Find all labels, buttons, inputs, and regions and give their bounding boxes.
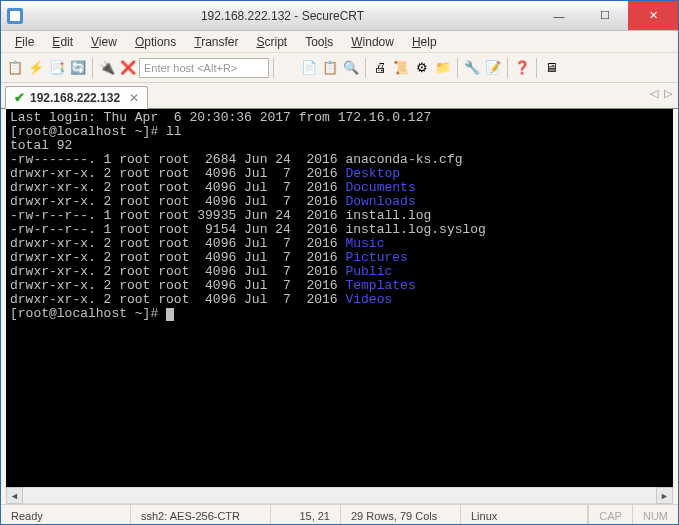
terminal-container: Last login: Thu Apr 6 20:30:36 2017 from…: [1, 109, 678, 504]
minimize-button[interactable]: —: [536, 1, 582, 30]
menu-edit[interactable]: Edit: [44, 33, 81, 51]
options-icon[interactable]: ⚙: [412, 58, 432, 78]
maximize-button[interactable]: ☐: [582, 1, 628, 30]
separator: [92, 58, 93, 78]
menu-window[interactable]: Window: [343, 33, 402, 51]
close-button[interactable]: ✕: [628, 1, 678, 30]
menu-file[interactable]: File: [7, 33, 42, 51]
statusbar: Ready ssh2: AES-256-CTR 15, 21 29 Rows, …: [1, 504, 678, 525]
menubar: File Edit View Options Transfer Script T…: [1, 31, 678, 53]
status-os: Linux: [461, 505, 588, 525]
menu-tools[interactable]: Tools: [297, 33, 341, 51]
horizontal-scrollbar[interactable]: ◄ ►: [6, 487, 673, 504]
menu-options[interactable]: Options: [127, 33, 184, 51]
connect-tab-icon[interactable]: 📑: [47, 58, 67, 78]
find-icon[interactable]: 🔍: [341, 58, 361, 78]
disconnect-icon[interactable]: 🔌: [97, 58, 117, 78]
log-icon[interactable]: 📜: [391, 58, 411, 78]
quick-connect-icon[interactable]: ⚡: [26, 58, 46, 78]
separator: [507, 58, 508, 78]
disconnect-all-icon[interactable]: ❌: [118, 58, 138, 78]
toolbar: 📋 ⚡ 📑 🔄 🔌 ❌ Enter host <Alt+R> 📄 📋 🔍 🖨 📜…: [1, 53, 678, 83]
scroll-track[interactable]: [23, 487, 656, 504]
copy-icon[interactable]: 📄: [299, 58, 319, 78]
status-cap: CAP: [588, 505, 632, 525]
separator: [365, 58, 366, 78]
host-input[interactable]: Enter host <Alt+R>: [139, 58, 269, 78]
print-icon[interactable]: 🖨: [370, 58, 390, 78]
scroll-right-icon[interactable]: ►: [656, 487, 673, 504]
tabbar: ✔ 192.168.222.132 ✕ ◁ ▷: [1, 83, 678, 109]
menu-script[interactable]: Script: [249, 33, 296, 51]
session-icon[interactable]: 📁: [433, 58, 453, 78]
status-dims: 29 Rows, 79 Cols: [341, 505, 461, 525]
separator: [273, 58, 274, 78]
menu-help[interactable]: Help: [404, 33, 445, 51]
menu-view[interactable]: View: [83, 33, 125, 51]
toggle-icon[interactable]: 🖥: [541, 58, 561, 78]
paste-icon[interactable]: 📋: [320, 58, 340, 78]
status-cipher: ssh2: AES-256-CTR: [131, 505, 271, 525]
menu-transfer[interactable]: Transfer: [186, 33, 246, 51]
tab-label: 192.168.222.132: [30, 91, 120, 105]
terminal[interactable]: Last login: Thu Apr 6 20:30:36 2017 from…: [6, 109, 673, 504]
tools-icon[interactable]: 🔧: [462, 58, 482, 78]
connect-icon[interactable]: 📋: [5, 58, 25, 78]
status-ready: Ready: [1, 505, 131, 525]
titlebar: 192.168.222.132 - SecureCRT — ☐ ✕: [1, 1, 678, 31]
tab-close-icon[interactable]: ✕: [129, 91, 139, 105]
status-num: NUM: [632, 505, 678, 525]
tab-next-icon[interactable]: ▷: [664, 87, 672, 100]
app-icon: [7, 8, 23, 24]
connected-icon: ✔: [14, 90, 25, 105]
separator: [457, 58, 458, 78]
session-tab[interactable]: ✔ 192.168.222.132 ✕: [5, 86, 148, 109]
scroll-left-icon[interactable]: ◄: [6, 487, 23, 504]
window-controls: — ☐ ✕: [536, 1, 678, 30]
tab-nav: ◁ ▷: [650, 87, 672, 100]
window-title: 192.168.222.132 - SecureCRT: [29, 9, 536, 23]
tab-prev-icon[interactable]: ◁: [650, 87, 658, 100]
script-icon[interactable]: 📝: [483, 58, 503, 78]
help-icon[interactable]: ❓: [512, 58, 532, 78]
status-cursor: 15, 21: [271, 505, 341, 525]
separator: [536, 58, 537, 78]
reconnect-icon[interactable]: 🔄: [68, 58, 88, 78]
